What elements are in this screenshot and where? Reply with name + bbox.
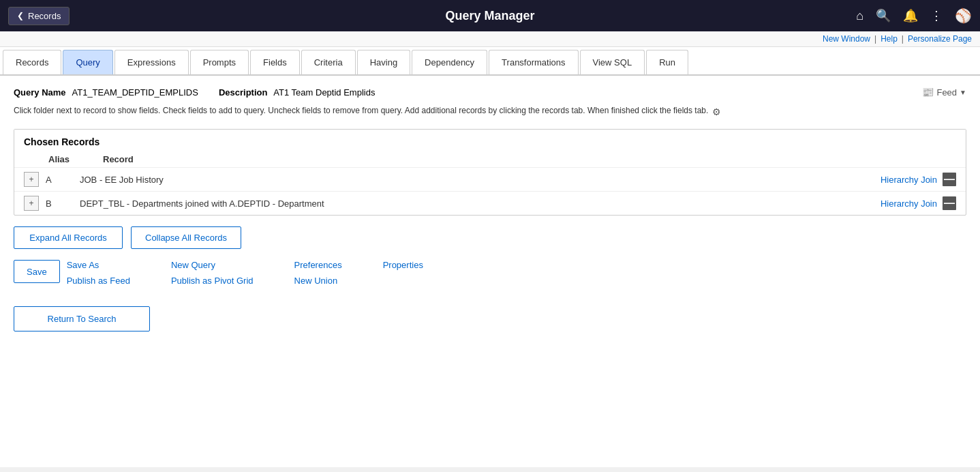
publish-as-feed-link[interactable]: Publish as Feed [67, 276, 130, 286]
back-to-records-button[interactable]: ❮ Records [8, 7, 70, 25]
new-query-links-column: New Query Publish as Pivot Grid [171, 260, 254, 286]
tab-expressions[interactable]: Expressions [114, 50, 189, 74]
remove-record-b-button[interactable]: — [943, 196, 956, 210]
utility-bar: New Window | Help | Personalize Page [0, 31, 980, 47]
home-icon[interactable]: ⌂ [856, 9, 863, 23]
new-query-link[interactable]: New Query [171, 260, 254, 270]
instructions-content: Click folder next to record to show fiel… [14, 104, 708, 117]
instructions-text: Click folder next to record to show fiel… [14, 104, 966, 119]
record-alias-b: B [46, 198, 80, 209]
expand-row-a-button[interactable]: + [24, 172, 39, 187]
tab-transformations[interactable]: Transformations [489, 50, 578, 74]
header-record: Record [103, 154, 956, 164]
description-value: AT1 Team Deptid Emplids [273, 87, 375, 98]
properties-links-column: Properties [383, 260, 423, 270]
chosen-records-container: Chosen Records Alias Record + A JOB - EE… [14, 129, 966, 216]
preferences-link[interactable]: Preferences [294, 260, 342, 270]
remove-record-a-button[interactable]: — [943, 173, 956, 186]
tab-view-sql[interactable]: View SQL [580, 50, 645, 74]
tab-query[interactable]: Query [63, 50, 112, 74]
header-alias: Alias [48, 154, 103, 164]
feed-button[interactable]: 📰 Feed ▼ [922, 87, 966, 98]
chevron-left-icon: ❮ [17, 11, 24, 20]
main-content-area: Query Name AT1_TEAM_DEPTID_EMPLIDS Descr… [0, 76, 980, 467]
record-row: + A JOB - EE Job History Hierarchy Join … [14, 167, 966, 191]
records-table-header: Alias Record [14, 151, 966, 167]
tab-navigation: Records Query Expressions Prompts Fields… [0, 47, 980, 76]
query-name-label: Query Name [14, 87, 66, 98]
collapse-all-records-button[interactable]: Collapse All Records [131, 226, 241, 249]
personalize-link[interactable]: Personalize Page [908, 34, 972, 44]
feed-icon: 📰 [922, 87, 934, 98]
save-as-link[interactable]: Save As [67, 260, 130, 270]
tab-dependency[interactable]: Dependency [412, 50, 487, 74]
tab-having[interactable]: Having [357, 50, 410, 74]
expand-row-b-button[interactable]: + [24, 196, 39, 211]
accessibility-icon[interactable]: ⚾ [955, 8, 972, 24]
tab-records[interactable]: Records [3, 50, 61, 74]
separator-2: | [902, 34, 904, 44]
description-label: Description [219, 87, 268, 98]
more-options-icon[interactable]: ⋮ [930, 8, 943, 23]
feed-dropdown-icon: ▼ [960, 89, 966, 96]
action-links-area: Save Save As Publish as Feed New Query P… [14, 260, 966, 286]
search-icon[interactable]: 🔍 [876, 8, 891, 23]
expand-all-records-button[interactable]: Expand All Records [14, 226, 123, 249]
notification-icon[interactable]: 🔔 [903, 8, 918, 23]
expand-collapse-buttons: Expand All Records Collapse All Records [14, 226, 966, 249]
save-button[interactable]: Save [14, 260, 60, 283]
settings-icon[interactable]: ⚙ [712, 105, 721, 119]
publish-as-pivot-link[interactable]: Publish as Pivot Grid [171, 276, 254, 286]
help-link[interactable]: Help [881, 34, 898, 44]
tab-prompts[interactable]: Prompts [190, 50, 249, 74]
record-name-b: DEPT_TBL - Departments joined with A.DEP… [80, 198, 881, 209]
properties-link[interactable]: Properties [383, 260, 423, 270]
tab-criteria[interactable]: Criteria [301, 50, 356, 74]
top-navigation-bar: ❮ Records Query Manager ⌂ 🔍 🔔 ⋮ ⚾ [0, 0, 980, 31]
hierarchy-join-b-link[interactable]: Hierarchy Join [881, 198, 937, 209]
new-union-link[interactable]: New Union [294, 276, 342, 286]
back-button-label: Records [28, 11, 61, 21]
hierarchy-join-a-link[interactable]: Hierarchy Join [881, 175, 937, 185]
record-alias-a: A [46, 175, 80, 185]
record-name-a: JOB - EE Job History [80, 175, 881, 185]
separator-1: | [874, 34, 876, 44]
query-name-value: AT1_TEAM_DEPTID_EMPLIDS [72, 87, 198, 98]
new-window-link[interactable]: New Window [823, 34, 870, 44]
query-metadata: Query Name AT1_TEAM_DEPTID_EMPLIDS Descr… [14, 87, 966, 98]
return-to-search-button[interactable]: Return To Search [14, 306, 150, 331]
tab-fields[interactable]: Fields [250, 50, 300, 74]
feed-label: Feed [936, 87, 957, 98]
query-name-section: Query Name AT1_TEAM_DEPTID_EMPLIDS [14, 87, 198, 98]
top-icon-group: ⌂ 🔍 🔔 ⋮ ⚾ [856, 8, 972, 24]
chosen-records-title: Chosen Records [14, 130, 966, 151]
query-description-section: Description AT1 Team Deptid Emplids [219, 87, 376, 98]
preferences-links-column: Preferences New Union [294, 260, 342, 286]
record-row: + B DEPT_TBL - Departments joined with A… [14, 191, 966, 215]
page-title: Query Manager [445, 9, 534, 23]
tab-run[interactable]: Run [646, 50, 688, 74]
save-links-column: Save As Publish as Feed [67, 260, 130, 286]
